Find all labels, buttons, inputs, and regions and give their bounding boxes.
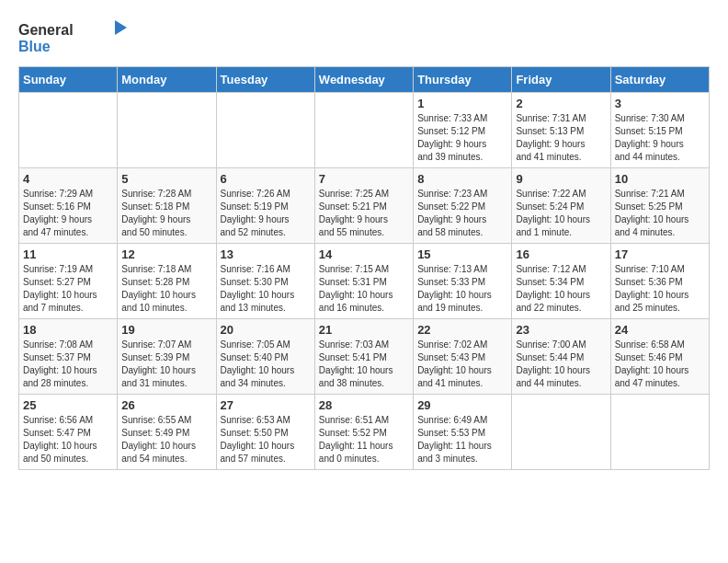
day-info: Sunrise: 6:49 AM Sunset: 5:53 PM Dayligh… — [417, 414, 507, 465]
calendar-cell: 4Sunrise: 7:29 AM Sunset: 5:16 PM Daylig… — [19, 168, 118, 244]
calendar-cell — [512, 395, 610, 470]
day-info: Sunrise: 6:56 AM Sunset: 5:47 PM Dayligh… — [23, 414, 113, 465]
calendar-cell — [216, 93, 314, 168]
calendar-cell: 15Sunrise: 7:13 AM Sunset: 5:33 PM Dayli… — [414, 244, 512, 319]
calendar-cell: 9Sunrise: 7:22 AM Sunset: 5:24 PM Daylig… — [512, 168, 610, 244]
calendar-cell: 7Sunrise: 7:25 AM Sunset: 5:21 PM Daylig… — [314, 168, 413, 244]
day-info: Sunrise: 7:02 AM Sunset: 5:43 PM Dayligh… — [417, 339, 507, 390]
calendar-cell: 11Sunrise: 7:19 AM Sunset: 5:27 PM Dayli… — [19, 244, 118, 319]
calendar-cell: 13Sunrise: 7:16 AM Sunset: 5:30 PM Dayli… — [216, 244, 314, 319]
calendar-cell: 5Sunrise: 7:28 AM Sunset: 5:18 PM Daylig… — [118, 168, 216, 244]
col-header-tuesday: Tuesday — [216, 67, 314, 93]
day-info: Sunrise: 7:03 AM Sunset: 5:41 PM Dayligh… — [319, 339, 409, 390]
calendar-cell: 25Sunrise: 6:56 AM Sunset: 5:47 PM Dayli… — [19, 395, 118, 470]
svg-marker-2 — [115, 20, 127, 35]
calendar-cell: 18Sunrise: 7:08 AM Sunset: 5:37 PM Dayli… — [19, 319, 118, 395]
day-number: 21 — [319, 323, 409, 337]
day-number: 19 — [121, 323, 211, 337]
day-info: Sunrise: 7:23 AM Sunset: 5:22 PM Dayligh… — [417, 188, 507, 239]
day-number: 15 — [417, 247, 507, 261]
day-number: 29 — [417, 398, 507, 412]
day-info: Sunrise: 6:51 AM Sunset: 5:52 PM Dayligh… — [319, 414, 409, 465]
day-number: 12 — [121, 247, 211, 261]
day-number: 18 — [23, 323, 113, 337]
calendar-cell: 21Sunrise: 7:03 AM Sunset: 5:41 PM Dayli… — [314, 319, 413, 395]
day-info: Sunrise: 7:22 AM Sunset: 5:24 PM Dayligh… — [516, 188, 606, 239]
day-info: Sunrise: 7:08 AM Sunset: 5:37 PM Dayligh… — [23, 339, 113, 390]
day-number: 9 — [516, 172, 606, 186]
calendar-cell: 16Sunrise: 7:12 AM Sunset: 5:34 PM Dayli… — [512, 244, 610, 319]
day-info: Sunrise: 7:16 AM Sunset: 5:30 PM Dayligh… — [221, 263, 311, 315]
calendar-cell: 26Sunrise: 6:55 AM Sunset: 5:49 PM Dayli… — [118, 395, 216, 470]
day-info: Sunrise: 7:07 AM Sunset: 5:39 PM Dayligh… — [121, 339, 211, 390]
day-number: 4 — [23, 172, 113, 186]
calendar-cell — [19, 93, 118, 168]
calendar-cell: 29Sunrise: 6:49 AM Sunset: 5:53 PM Dayli… — [414, 395, 512, 470]
calendar-cell: 6Sunrise: 7:26 AM Sunset: 5:19 PM Daylig… — [216, 168, 314, 244]
day-number: 8 — [417, 172, 507, 186]
col-header-thursday: Thursday — [414, 67, 512, 93]
week-row-3: 11Sunrise: 7:19 AM Sunset: 5:27 PM Dayli… — [19, 244, 710, 319]
day-number: 14 — [319, 247, 409, 261]
day-number: 27 — [221, 398, 311, 412]
day-info: Sunrise: 7:28 AM Sunset: 5:18 PM Dayligh… — [121, 188, 211, 239]
logo-svg: General Blue — [18, 18, 129, 57]
day-number: 2 — [516, 97, 606, 110]
day-number: 11 — [23, 247, 113, 261]
week-row-4: 18Sunrise: 7:08 AM Sunset: 5:37 PM Dayli… — [19, 319, 710, 395]
calendar-cell: 20Sunrise: 7:05 AM Sunset: 5:40 PM Dayli… — [216, 319, 314, 395]
day-number: 26 — [121, 398, 211, 412]
day-number: 5 — [121, 172, 211, 186]
calendar-cell: 8Sunrise: 7:23 AM Sunset: 5:22 PM Daylig… — [414, 168, 512, 244]
day-info: Sunrise: 7:18 AM Sunset: 5:28 PM Dayligh… — [121, 263, 211, 315]
day-info: Sunrise: 7:12 AM Sunset: 5:34 PM Dayligh… — [516, 263, 606, 315]
col-header-wednesday: Wednesday — [314, 67, 413, 93]
day-info: Sunrise: 7:00 AM Sunset: 5:44 PM Dayligh… — [516, 339, 606, 390]
calendar-table: SundayMondayTuesdayWednesdayThursdayFrid… — [18, 66, 710, 470]
day-number: 7 — [319, 172, 409, 186]
day-info: Sunrise: 7:05 AM Sunset: 5:40 PM Dayligh… — [221, 339, 311, 390]
week-row-1: 1Sunrise: 7:33 AM Sunset: 5:12 PM Daylig… — [19, 93, 710, 168]
calendar-header-row: SundayMondayTuesdayWednesdayThursdayFrid… — [19, 67, 710, 93]
day-number: 25 — [23, 398, 113, 412]
svg-text:Blue: Blue — [18, 39, 51, 54]
calendar-cell: 28Sunrise: 6:51 AM Sunset: 5:52 PM Dayli… — [314, 395, 413, 470]
calendar-cell — [314, 93, 413, 168]
day-number: 10 — [615, 172, 705, 186]
day-info: Sunrise: 7:19 AM Sunset: 5:27 PM Dayligh… — [23, 263, 113, 315]
day-number: 1 — [417, 97, 507, 110]
day-info: Sunrise: 6:55 AM Sunset: 5:49 PM Dayligh… — [121, 414, 211, 465]
col-header-friday: Friday — [512, 67, 610, 93]
calendar-cell: 10Sunrise: 7:21 AM Sunset: 5:25 PM Dayli… — [610, 168, 709, 244]
calendar-cell — [610, 395, 709, 470]
day-info: Sunrise: 7:15 AM Sunset: 5:31 PM Dayligh… — [319, 263, 409, 315]
day-info: Sunrise: 7:30 AM Sunset: 5:15 PM Dayligh… — [615, 112, 705, 164]
col-header-monday: Monday — [118, 67, 216, 93]
day-info: Sunrise: 7:33 AM Sunset: 5:12 PM Dayligh… — [417, 112, 507, 164]
day-number: 3 — [615, 97, 705, 110]
col-header-saturday: Saturday — [610, 67, 709, 93]
day-number: 16 — [516, 247, 606, 261]
day-number: 24 — [615, 323, 705, 337]
day-info: Sunrise: 6:58 AM Sunset: 5:46 PM Dayligh… — [615, 339, 705, 390]
calendar-cell — [118, 93, 216, 168]
day-info: Sunrise: 7:29 AM Sunset: 5:16 PM Dayligh… — [23, 188, 113, 239]
week-row-2: 4Sunrise: 7:29 AM Sunset: 5:16 PM Daylig… — [19, 168, 710, 244]
day-number: 13 — [221, 247, 311, 261]
day-number: 23 — [516, 323, 606, 337]
calendar-cell: 3Sunrise: 7:30 AM Sunset: 5:15 PM Daylig… — [610, 93, 709, 168]
calendar-cell: 12Sunrise: 7:18 AM Sunset: 5:28 PM Dayli… — [118, 244, 216, 319]
svg-text:General: General — [18, 22, 74, 38]
day-info: Sunrise: 7:10 AM Sunset: 5:36 PM Dayligh… — [615, 263, 705, 315]
day-number: 28 — [319, 398, 409, 412]
calendar-cell: 22Sunrise: 7:02 AM Sunset: 5:43 PM Dayli… — [414, 319, 512, 395]
day-number: 17 — [615, 247, 705, 261]
day-number: 22 — [417, 323, 507, 337]
calendar-cell: 2Sunrise: 7:31 AM Sunset: 5:13 PM Daylig… — [512, 93, 610, 168]
day-info: Sunrise: 7:26 AM Sunset: 5:19 PM Dayligh… — [221, 188, 311, 239]
page-header: General Blue — [18, 18, 710, 57]
calendar-cell: 1Sunrise: 7:33 AM Sunset: 5:12 PM Daylig… — [414, 93, 512, 168]
day-number: 6 — [221, 172, 311, 186]
calendar-cell: 17Sunrise: 7:10 AM Sunset: 5:36 PM Dayli… — [610, 244, 709, 319]
day-info: Sunrise: 6:53 AM Sunset: 5:50 PM Dayligh… — [221, 414, 311, 465]
